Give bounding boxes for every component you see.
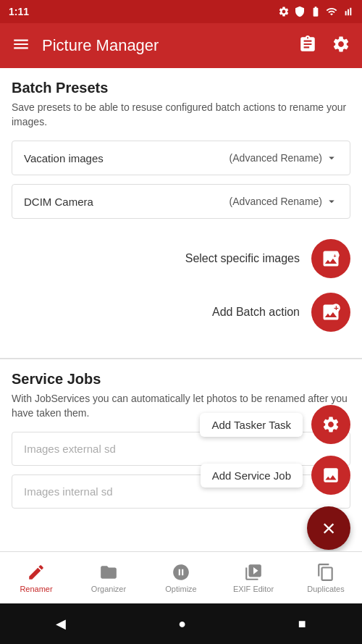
preset-item-vacation[interactable]: Vacation images (Advanced Rename) xyxy=(12,141,350,175)
renamer-icon xyxy=(27,563,46,582)
chevron-down-icon-2 xyxy=(325,195,338,208)
organizer-icon xyxy=(99,563,118,582)
batch-presets-desc: Save presets to be able to resuse config… xyxy=(12,101,350,129)
svg-text:+: + xyxy=(334,254,337,259)
status-bar: 1:11 xyxy=(0,0,362,23)
nav-optimize[interactable]: Optimize xyxy=(145,552,217,603)
fab-main-close-button[interactable]: × xyxy=(307,506,350,550)
action-buttons-section: Select specific images + Add Batch actio… xyxy=(0,227,362,358)
nav-duplicates[interactable]: Duplicates xyxy=(290,552,362,603)
add-tasker-button[interactable] xyxy=(311,405,350,444)
time-display: 1:11 xyxy=(9,6,29,17)
preset-dcim-label: DCIM Camera xyxy=(24,196,93,208)
fab-menu-tasker: Add Tasker Task xyxy=(200,405,350,444)
exif-icon xyxy=(244,563,263,582)
add-service-icon xyxy=(321,466,340,485)
home-button[interactable]: ● xyxy=(178,616,186,632)
bottom-nav: Renamer Organizer Optimize EXIF Editor D… xyxy=(0,551,362,603)
nav-exif-label: EXIF Editor xyxy=(233,585,274,593)
fab-menu-service: Add Service Job xyxy=(201,456,350,495)
batch-presets-list: Vacation images (Advanced Rename) DCIM C… xyxy=(12,141,350,219)
nav-organizer[interactable]: Organizer xyxy=(72,552,145,603)
settings-icon[interactable] xyxy=(332,35,350,57)
add-batch-label: Add Batch action xyxy=(212,306,300,319)
android-nav-bar: ◀ ● ■ xyxy=(0,603,362,644)
nav-optimize-label: Optimize xyxy=(165,585,196,593)
nav-duplicates-label: Duplicates xyxy=(307,585,344,593)
nav-organizer-label: Organizer xyxy=(91,585,126,593)
select-images-row: Select specific images + xyxy=(12,239,350,278)
fab-main-item: × xyxy=(307,506,350,550)
nav-exif[interactable]: EXIF Editor xyxy=(217,552,290,603)
select-images-button[interactable]: + xyxy=(311,239,350,278)
clipboard-icon[interactable] xyxy=(298,35,317,57)
back-button[interactable]: ◀ xyxy=(56,616,66,632)
preset-vacation-type: (Advanced Rename) xyxy=(230,151,338,164)
batch-presets-section: Batch Presets Save presets to be able to… xyxy=(0,68,362,219)
menu-icon[interactable] xyxy=(12,35,30,57)
nav-renamer-label: Renamer xyxy=(20,585,52,593)
select-images-label: Select specific images xyxy=(185,252,300,265)
service-jobs-title: Service Jobs xyxy=(12,371,350,388)
mobile-data-icon xyxy=(342,6,353,17)
select-images-icon: + xyxy=(321,248,341,269)
add-batch-button[interactable]: + xyxy=(311,293,350,332)
close-icon: × xyxy=(322,517,336,540)
add-batch-icon: + xyxy=(321,302,341,322)
app-title: Picture Manager xyxy=(42,36,298,55)
signal-icon xyxy=(326,6,337,17)
add-service-label: Add Service Job xyxy=(201,464,303,488)
shield-status-icon xyxy=(294,6,306,17)
settings-status-icon xyxy=(278,6,290,17)
battery-icon xyxy=(310,6,321,17)
svg-text:+: + xyxy=(334,303,339,312)
app-bar: Picture Manager xyxy=(0,23,362,68)
duplicates-icon xyxy=(316,563,335,582)
recent-button[interactable]: ■ xyxy=(298,616,306,632)
chevron-down-icon xyxy=(325,151,338,164)
preset-item-dcim[interactable]: DCIM Camera (Advanced Rename) xyxy=(12,184,350,219)
optimize-icon xyxy=(172,563,190,582)
add-tasker-label: Add Tasker Task xyxy=(200,413,303,437)
preset-dcim-type: (Advanced Rename) xyxy=(230,195,338,208)
add-batch-row: Add Batch action + xyxy=(12,293,350,332)
nav-renamer[interactable]: Renamer xyxy=(0,552,72,603)
preset-vacation-label: Vacation images xyxy=(24,152,104,164)
add-tasker-icon xyxy=(321,415,340,434)
batch-presets-title: Batch Presets xyxy=(12,80,350,96)
add-service-button[interactable] xyxy=(311,456,350,495)
fab-menu-overlay: Add Tasker Task Add Service Job × xyxy=(0,405,362,550)
